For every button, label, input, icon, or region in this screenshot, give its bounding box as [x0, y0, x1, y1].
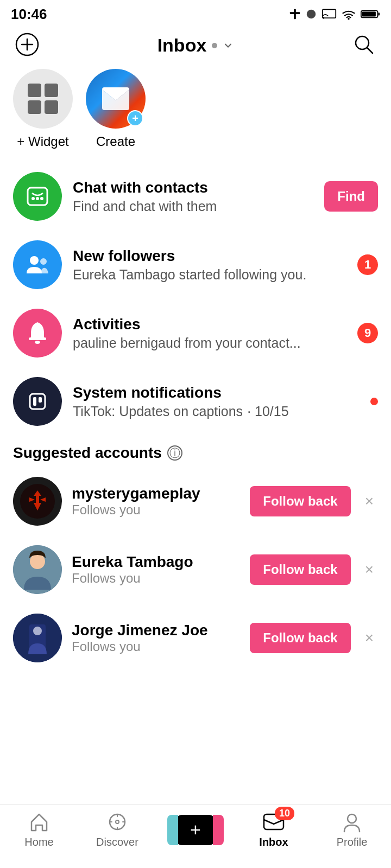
svg-point-38 — [348, 814, 356, 823]
create-plus-badge: + — [127, 110, 143, 126]
story-row: + Widget + Create — [0, 69, 391, 162]
widget-squares-icon — [28, 84, 58, 114]
nav-add-plus: + — [190, 819, 201, 840]
svg-rect-3 — [323, 9, 336, 18]
svg-point-5 — [348, 18, 350, 20]
nav-inbox[interactable]: 10 Inbox — [235, 811, 313, 848]
home-icon — [28, 811, 50, 833]
nav-add-button[interactable]: + — [174, 815, 217, 845]
notif-new-followers[interactable]: New followers Eureka Tambago started fol… — [0, 231, 391, 299]
widget-item[interactable]: + Widget — [13, 69, 73, 149]
status-icons — [289, 8, 380, 20]
suggested-section-header: Suggested accounts ⓘ — [0, 436, 391, 467]
nav-discover-label: Discover — [96, 836, 138, 848]
nav-add[interactable]: + — [156, 815, 235, 845]
chat-contacts-title: Chat with contacts — [73, 179, 313, 196]
jorge-name: Jorge Jimenez Joe — [72, 622, 240, 639]
dismiss-jorge[interactable]: × — [361, 625, 378, 651]
circle-status-icon — [305, 8, 317, 20]
header-dot — [212, 43, 217, 48]
svg-point-15 — [31, 197, 35, 200]
wifi-icon — [341, 8, 356, 20]
nav-home-label: Home — [24, 836, 53, 848]
followers-icon — [23, 251, 52, 279]
notif-chat-contacts[interactable]: Chat with contacts Find and chat with th… — [0, 162, 391, 231]
follow-back-btn-eureka[interactable]: Follow back — [250, 554, 350, 585]
svg-point-2 — [307, 10, 316, 19]
create-circle[interactable]: + — [86, 69, 146, 129]
activities-icon-circle — [13, 309, 62, 358]
svg-rect-23 — [33, 397, 36, 406]
search-icon — [352, 33, 376, 56]
svg-line-13 — [367, 48, 373, 53]
dismiss-mysterygameplay[interactable]: × — [361, 488, 378, 514]
find-button[interactable]: Find — [324, 181, 378, 212]
follow-back-btn-mysterygameplay[interactable]: Follow back — [250, 486, 350, 516]
suggested-account-eureka[interactable]: Eureka Tambago Follows you Follow back × — [0, 535, 391, 604]
notif-system[interactable]: System notifications TikTok: Updates on … — [0, 367, 391, 436]
jorge-sub: Follows you — [72, 639, 240, 654]
system-dot — [370, 398, 378, 405]
svg-rect-22 — [30, 394, 45, 409]
followers-icon-circle — [13, 240, 62, 289]
svg-rect-7 — [362, 12, 376, 17]
svg-point-17 — [40, 197, 43, 200]
header: Inbox — [0, 26, 391, 69]
chat-contacts-text: Chat with contacts Find and chat with th… — [73, 179, 313, 214]
suggested-account-jorge[interactable]: Jorge Jimenez Joe Follows you Follow bac… — [0, 604, 391, 672]
svg-rect-20 — [29, 337, 46, 340]
status-bar: 10:46 — [0, 0, 391, 26]
inbox-badge: 10 — [275, 807, 294, 820]
add-button[interactable] — [13, 30, 41, 60]
svg-point-30 — [33, 627, 42, 635]
cast-icon — [321, 8, 337, 20]
nav-inbox-label: Inbox — [259, 836, 288, 848]
eureka-sub: Follows you — [72, 571, 240, 586]
widget-circle[interactable] — [13, 69, 73, 129]
eureka-name: Eureka Tambago — [72, 553, 240, 571]
new-followers-sub: Eureka Tambago started following you. — [73, 267, 346, 283]
avatar-mysterygameplay — [13, 477, 62, 526]
svg-rect-24 — [39, 397, 42, 403]
nav-profile[interactable]: Profile — [313, 811, 391, 848]
nav-home[interactable]: Home — [0, 811, 78, 848]
create-label: Create — [96, 134, 135, 149]
inbox-badge-wrap: 10 — [262, 811, 286, 833]
nav-discover[interactable]: Discover — [78, 811, 156, 848]
suggested-title: Suggested accounts — [13, 444, 162, 462]
svg-rect-14 — [28, 188, 47, 205]
svg-rect-8 — [378, 12, 380, 15]
system-title: System notifications — [73, 384, 360, 401]
dismiss-eureka[interactable]: × — [361, 557, 378, 583]
discover-icon — [106, 811, 128, 833]
system-icon — [23, 387, 52, 416]
new-followers-title: New followers — [73, 247, 346, 265]
svg-rect-1 — [290, 12, 300, 14]
profile-icon — [341, 811, 363, 833]
notification-status-icon — [289, 8, 301, 20]
svg-point-32 — [116, 820, 119, 824]
follow-back-btn-jorge[interactable]: Follow back — [250, 623, 350, 653]
create-item[interactable]: + Create — [86, 69, 146, 149]
chat-icon-circle — [13, 172, 62, 221]
new-followers-badge: 1 — [357, 254, 378, 275]
svg-point-18 — [30, 256, 39, 265]
info-icon[interactable]: ⓘ — [167, 445, 182, 461]
chat-contacts-sub: Find and chat with them — [73, 199, 313, 214]
avatar-photo-eureka — [13, 545, 62, 594]
suggested-account-mysterygameplay[interactable]: mysterygameplay Follows you Follow back … — [0, 467, 391, 535]
activities-title: Activities — [73, 316, 346, 333]
mysterygameplay-sub: Follows you — [72, 502, 240, 518]
jorge-text: Jorge Jimenez Joe Follows you — [72, 622, 240, 654]
mysterygameplay-text: mysterygameplay Follows you — [72, 485, 240, 518]
phone-chat-icon — [23, 182, 52, 210]
activities-badge: 9 — [357, 323, 378, 343]
system-icon-circle — [13, 377, 62, 426]
activities-sub: pauline bernigaud from your contact... — [73, 335, 346, 351]
eureka-text: Eureka Tambago Follows you — [72, 553, 240, 586]
activities-text: Activities pauline bernigaud from your c… — [73, 316, 346, 351]
search-button[interactable] — [350, 30, 378, 60]
notif-activities[interactable]: Activities pauline bernigaud from your c… — [0, 299, 391, 367]
svg-point-16 — [36, 197, 39, 200]
svg-point-21 — [35, 341, 40, 344]
